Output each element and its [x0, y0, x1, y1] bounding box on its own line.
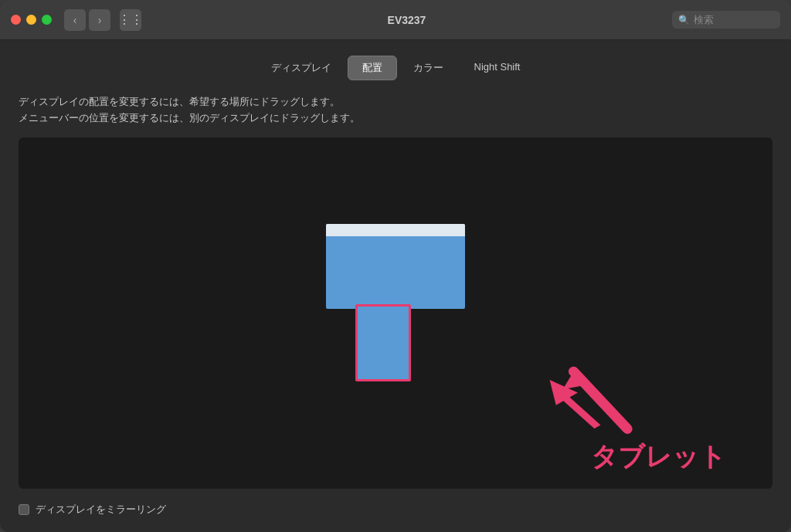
arrow-annotation: [548, 343, 649, 446]
minimize-button[interactable]: [26, 15, 36, 25]
monitor-menubar: [326, 224, 465, 236]
window-title: EV3237: [148, 14, 666, 26]
search-input[interactable]: [694, 14, 771, 25]
maximize-button[interactable]: [42, 15, 52, 25]
content: ディスプレイ 配置 カラー Night Shift ディスプレイの配置を変更する…: [0, 40, 791, 532]
mirror-row: ディスプレイをミラーリング: [19, 503, 772, 517]
window: ‹ › ⋮⋮ EV3237 🔍 ディスプレイ 配置 カラー Night Shif…: [0, 0, 791, 532]
tab-display[interactable]: ディスプレイ: [256, 56, 346, 80]
description-line2: メニューバーの位置を変更するには、別のディスプレイにドラッグします。: [19, 110, 772, 127]
monitor-display[interactable]: [326, 224, 465, 309]
titlebar: ‹ › ⋮⋮ EV3237 🔍: [0, 0, 791, 40]
forward-button[interactable]: ›: [89, 9, 110, 31]
mirror-label: ディスプレイをミラーリング: [36, 503, 166, 517]
mirror-checkbox[interactable]: [19, 504, 29, 515]
description-line1: ディスプレイの配置を変更するには、希望する場所にドラッグします。: [19, 94, 772, 110]
description: ディスプレイの配置を変更するには、希望する場所にドラッグします。 メニューバーの…: [19, 94, 772, 127]
tab-nightshift[interactable]: Night Shift: [460, 56, 535, 80]
tablet-display[interactable]: [355, 304, 411, 381]
tab-arrangement[interactable]: 配置: [348, 56, 397, 80]
close-button[interactable]: [11, 15, 21, 25]
tab-bar: ディスプレイ 配置 カラー Night Shift: [19, 56, 772, 80]
traffic-lights: [11, 15, 52, 25]
arrangement-area: タブレット: [19, 137, 772, 489]
search-icon: 🔍: [678, 15, 690, 25]
back-button[interactable]: ‹: [64, 9, 86, 31]
grid-button[interactable]: ⋮⋮: [120, 9, 141, 31]
tablet-label: タブレット: [591, 439, 726, 475]
tab-color[interactable]: カラー: [399, 56, 458, 80]
arrow-icon: [548, 343, 649, 443]
nav-buttons: ‹ ›: [64, 9, 110, 31]
displays-container: [311, 224, 480, 402]
search-box[interactable]: 🔍: [672, 11, 780, 29]
